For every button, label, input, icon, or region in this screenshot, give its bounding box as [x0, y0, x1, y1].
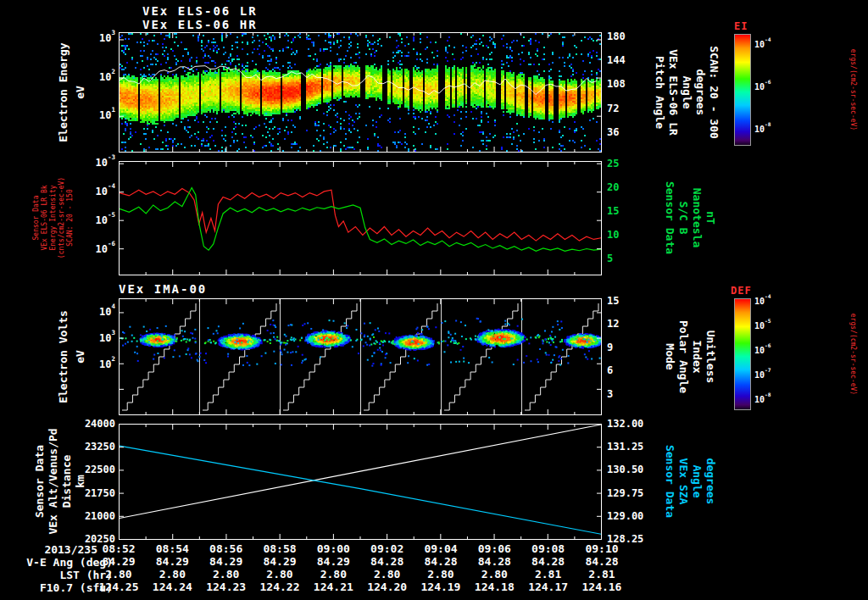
row2-values-6: 124.19 [420, 581, 460, 593]
p3-left-title-1: eV [74, 350, 86, 364]
row2-values-2: 124.23 [206, 581, 246, 593]
p1-left-ticks-1: 102 [99, 71, 115, 83]
p1-left-ticks-0: 103 [99, 32, 115, 44]
row1-values-2: 2.80 [213, 568, 239, 581]
plot-title-els-hr: VEx ELS-06 HR [142, 18, 258, 31]
p4-right-ticks-2: 130.50 [607, 464, 643, 475]
row1-values-4: 2.80 [320, 568, 347, 581]
plot-title-els-lr: VEx ELS-06 LR [142, 4, 258, 18]
time-ticks-6: 09:04 [424, 542, 457, 555]
row1-values-5: 2.80 [374, 568, 400, 581]
date-label: 2013/235 [44, 543, 97, 556]
cb2-ticks-2: 10-6 [754, 346, 771, 355]
p1-left-title-1: eV [74, 86, 86, 99]
p3-left-ticks-1: 103 [99, 332, 115, 344]
p2-right-ticks-3: 10 [607, 229, 619, 241]
row0-values-7: 84.28 [478, 555, 511, 568]
p2-left-title-2: Energy Intensity [49, 185, 57, 250]
sensor-b-line-canvas [119, 161, 602, 275]
p2-right-title-3: nT [704, 211, 717, 225]
row2-values-1: 124.24 [153, 581, 192, 593]
p1-right-ticks-3: 72 [607, 103, 619, 114]
p4-left-title-0: Sensor Data [33, 445, 46, 518]
p4-right-title-3: degrees [704, 458, 717, 505]
p2-left-ticks-1: 10-4 [96, 186, 115, 197]
time-ticks-0: 08:52 [102, 542, 135, 555]
p2-right-ticks-0: 25 [607, 158, 619, 169]
p4-right-title-0: Sensor Data [664, 445, 676, 518]
p2-right-ticks-1: 20 [607, 181, 619, 193]
p4-right-ticks-4: 129.00 [607, 510, 643, 522]
p3-right-title-1: Polar Angle [677, 320, 690, 393]
p4-left-title-3: km [74, 475, 86, 488]
row2-values-4: 124.21 [314, 581, 353, 593]
row1-values-9: 2.81 [588, 568, 615, 581]
p3-right-title-0: Mode [664, 343, 676, 369]
p1-right-ticks-4: 36 [607, 126, 619, 138]
p2-right-title-1: S/C B [677, 201, 690, 234]
row2-values-7: 124.18 [475, 581, 515, 593]
row1-values-1: 2.80 [159, 568, 186, 581]
p3-right-ticks-0: 15 [607, 295, 619, 307]
time-ticks-7: 09:06 [478, 542, 511, 555]
row2-values-0: 124.25 [99, 581, 139, 593]
els-spectrogram-canvas [119, 32, 602, 153]
p3-right-title-2: Index [691, 340, 704, 373]
row1-values-3: 2.80 [266, 568, 292, 581]
p2-right-ticks-2: 15 [607, 205, 619, 217]
ei-colorbar [734, 34, 751, 146]
cb2-ticks-3: 10-7 [754, 370, 771, 380]
p4-right-title-2: Angle [691, 464, 704, 497]
p2-left-ticks-2: 10-5 [96, 214, 115, 226]
p3-left-ticks-2: 102 [99, 358, 115, 370]
cb2-ticks-4: 10-8 [754, 395, 771, 404]
cb2-ticks-0: 10-4 [754, 297, 771, 306]
p1-left-title-0: Electron Energy [57, 42, 70, 142]
time-ticks-5: 09:02 [370, 542, 403, 555]
row1-values-7: 2.80 [481, 568, 508, 581]
row0-values-1: 84.29 [156, 555, 189, 568]
p2-left-title-1: VEx ELS-06 LR Bk [41, 185, 48, 250]
ima-panel-title: VEx IMA-00 [119, 282, 207, 296]
p1-right-ticks-0: 180 [607, 31, 626, 42]
def-colorbar-title: DEF [731, 285, 752, 297]
row1-values-0: 2.80 [105, 568, 131, 581]
p3-right-ticks-4: 3 [607, 388, 613, 400]
row0-values-2: 84.29 [209, 555, 242, 568]
def-colorbar [734, 298, 751, 410]
p2-left-title-0: Sensor Data [32, 196, 40, 241]
time-ticks-4: 09:00 [317, 542, 350, 555]
row1-values-6: 2.80 [427, 568, 453, 581]
ima-spectrogram-canvas [119, 298, 602, 415]
p4-right-ticks-0: 132.00 [607, 418, 643, 430]
p1-right-title-3: degrees [694, 69, 707, 116]
p4-left-ticks-0: 24000 [85, 418, 115, 430]
p4-right-title-1: VEx SZA [677, 458, 690, 505]
cb2-ticks-1: 10-5 [754, 321, 771, 331]
def-colorbar-unit: ergs/(cm2-sr-sec-eV) [849, 314, 857, 395]
ephemeris-line-canvas [119, 424, 602, 540]
time-ticks-8: 09:08 [531, 542, 565, 555]
p4-left-ticks-3: 21750 [85, 487, 115, 499]
p1-right-ticks-2: 108 [607, 78, 626, 90]
p1-right-title-1: VEx ELS-06 LR [667, 49, 680, 136]
p2-left-ticks-0: 10-3 [96, 157, 115, 169]
ei-colorbar-unit: ergs/(cm2-sr-sec-eV) [849, 49, 857, 131]
p2-left-title-3: (cnts/cm2-sr-sec-eV) [58, 177, 65, 258]
p4-right-ticks-3: 129.75 [607, 487, 643, 499]
p3-left-title-0: Electron Volts [57, 310, 70, 403]
p2-left-ticks-3: 10-6 [96, 243, 115, 255]
p4-left-ticks-2: 22500 [85, 464, 115, 475]
ei-colorbar-title: EI [734, 20, 748, 32]
time-ticks-1: 08:54 [156, 542, 189, 555]
row1-values-8: 2.81 [535, 568, 561, 581]
p3-right-ticks-1: 12 [607, 318, 619, 330]
row0-values-4: 84.29 [317, 555, 350, 568]
p4-left-title-1: VEx Alt/Venus/Pd [47, 428, 59, 534]
row0-values-0: 84.29 [102, 555, 135, 568]
row0-values-5: 84.28 [370, 555, 403, 568]
time-ticks-9: 09:10 [585, 542, 618, 555]
p2-right-title-0: Sensor Data [664, 181, 676, 254]
p1-right-title-0: Pitch Angle [654, 56, 666, 129]
p3-right-ticks-3: 6 [607, 364, 613, 376]
